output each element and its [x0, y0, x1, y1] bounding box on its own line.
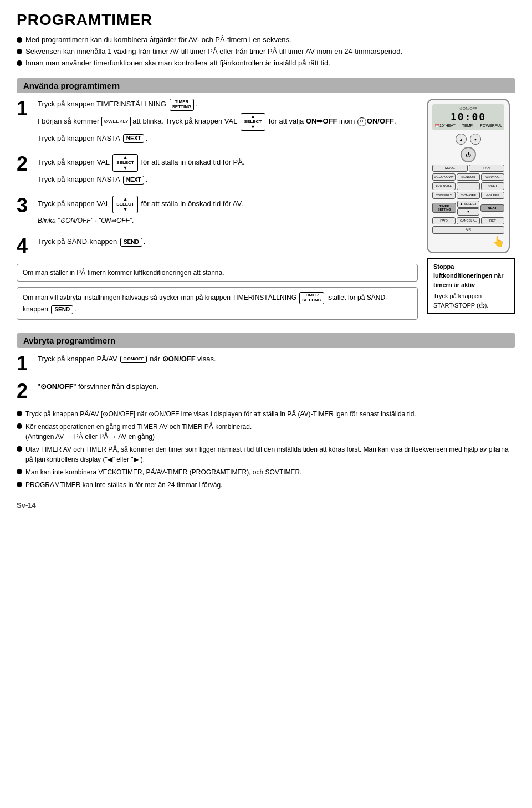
remote-onoff-label: ⊙ON/OFF: [434, 106, 502, 111]
step-3-number: 3: [17, 196, 32, 216]
step-2: 2 Tryck på knappen VAL ▲SELECT▼ för att …: [17, 154, 418, 188]
bullet-dot: [17, 37, 22, 43]
finger-hint: 👆: [432, 236, 504, 248]
timer-setting-badge-2: TIMERSETTING: [299, 292, 324, 304]
cancel-step-1-number: 1: [17, 354, 32, 374]
remote-sleep-btn[interactable]: ⊙SLEEP: [481, 192, 504, 199]
step-4-content: Tryck på SÄND-knappen SEND.: [38, 236, 418, 250]
remote-lownoise-btn[interactable]: LOW NOISE: [432, 182, 456, 190]
bullet-dot: [17, 60, 22, 66]
cancel-step-2: 2 "⊙ON/OFF" försvinner från displayen.: [17, 381, 515, 401]
bullet-dot: [17, 411, 22, 416]
bullet-dot: [17, 482, 22, 487]
timer-setting-badge: TIMERSETTING: [170, 99, 195, 111]
remote-control: ⊙ON/OFF 10:00 ⏰10°HEAT TEMP. POWERFUL ▲ …: [427, 99, 510, 253]
val-select-badge-3: ▲SELECT▼: [112, 196, 138, 213]
remote-time-display: 10:00: [434, 111, 502, 122]
remote-select-up[interactable]: ▲ SELECT: [457, 201, 479, 208]
cancel-step-1-content: Tryck på knappen PÅ/AV ⊙ON/OFF när ⊙ON/O…: [38, 354, 515, 367]
intro-section: Med programtimern kan du kombinera åtgär…: [17, 35, 515, 67]
send-badge-2: SEND: [51, 305, 73, 314]
bottom-note-4: Man kan inte kombinera VECKOTIMER, PÅ/AV…: [17, 467, 515, 477]
send-badge: SEND: [120, 238, 142, 247]
stop-box-title: Stoppa luftkonditioneringen när timern ä…: [433, 262, 509, 290]
remote-power-button[interactable]: ⏻: [461, 147, 476, 162]
step-3-content: Tryck på knappen VAL ▲SELECT▼ för att st…: [38, 196, 418, 228]
intro-bullet-3: Innan man använder timerfunktionen ska m…: [17, 59, 515, 67]
section3-header: Avbryta programtimern: [17, 333, 515, 348]
remote-row-6: FWD CANCEL AL RET: [432, 217, 504, 224]
section1-header: Använda programtimern: [17, 78, 515, 93]
next-badge-2: NEXT: [123, 176, 145, 185]
bullet-dot: [17, 423, 22, 429]
remote-temp-down[interactable]: ▼: [470, 134, 481, 145]
remote-select-down[interactable]: ▼: [457, 208, 479, 216]
remote-fwd-btn[interactable]: FWD: [432, 217, 456, 224]
next-badge-1: NEXT: [123, 134, 145, 143]
step-2-content: Tryck på knappen VAL ▲SELECT▼ för att st…: [38, 154, 418, 188]
bottom-note-3: Utav TIMER AV och TIMER PÅ, så kommer de…: [17, 444, 515, 464]
bullet-dot: [17, 446, 22, 452]
remote-display-icons: ⏰10°HEAT TEMP. POWERFUL: [434, 124, 502, 128]
bottom-note-2: Kör endast operationen en gång med TIMER…: [17, 422, 515, 442]
remote-empty-1: [457, 182, 480, 190]
step-4-number: 4: [17, 236, 32, 256]
remote-ret-btn[interactable]: RET: [481, 217, 504, 224]
page-footer: Sv-14: [17, 501, 515, 509]
page-title: PROGRAMTIMER: [17, 11, 515, 29]
cancel-step-2-content: "⊙ON/OFF" försvinner från displayen.: [38, 381, 515, 395]
remote-fan-btn[interactable]: FAN: [469, 165, 504, 172]
remote-econowy-btn[interactable]: ⊙ECONOWY: [432, 173, 456, 181]
remote-sensor-btn[interactable]: SENSOR: [457, 173, 480, 181]
val-select-badge-1: ▲SELECT▼: [241, 113, 266, 131]
remote-timer-setting-btn[interactable]: TIMERSETTING: [432, 203, 456, 213]
blink-note: Blinka "⊙ON/OFF" · "ON⇒OFF".: [38, 216, 418, 226]
cancel-step-1: 1 Tryck på knappen PÅ/AV ⊙ON/OFF när ⊙ON…: [17, 354, 515, 374]
remote-air-btn[interactable]: AIR: [432, 226, 504, 233]
bullet-dot: [17, 49, 22, 54]
bottom-note-1: Tryck på knappen PÅ/AV [⊙ON/OFF] när ⊙ON…: [17, 409, 515, 419]
remote-row-3: LOW NOISE ⊙SET: [432, 182, 504, 190]
bullet-dot: [17, 469, 22, 474]
cancel-step-2-number: 2: [17, 381, 32, 401]
on-off-badge-1: ⊙ON/OFF: [120, 356, 146, 363]
stop-box: Stoppa luftkonditioneringen när timern ä…: [427, 258, 515, 315]
remote-col: ⊙ON/OFF 10:00 ⏰10°HEAT TEMP. POWERFUL ▲ …: [427, 99, 515, 325]
finger-icon: 👆: [492, 236, 504, 248]
remote-set-btn[interactable]: ⊙SET: [481, 182, 504, 190]
remote-onoff-btn[interactable]: ⊙ON/OFF: [457, 192, 480, 199]
stop-box-text: Tryck på knappen START/STOPP (⏻).: [433, 292, 509, 310]
step-1: 1 Tryck på knappen TIMERINSTÄLLNING TIME…: [17, 99, 418, 146]
remote-row-7: AIR: [432, 226, 504, 233]
intro-bullet-1: Med programtimern kan du kombinera åtgär…: [17, 35, 515, 44]
remote-swing-btn[interactable]: ⊙SWING: [481, 173, 504, 181]
remote-display: ⊙ON/OFF 10:00 ⏰10°HEAT TEMP. POWERFUL: [432, 104, 504, 130]
cancel-section: Om man vill avbryta inställningen halvvä…: [17, 287, 418, 320]
step-1-number: 1: [17, 99, 32, 119]
main-layout: 1 Tryck på knappen TIMERINSTÄLLNING TIME…: [17, 99, 515, 325]
bottom-note-5: PROGRAMTIMER kan inte ställas in för mer…: [17, 480, 515, 490]
bottom-notes: Tryck på knappen PÅ/AV [⊙ON/OFF] när ⊙ON…: [17, 409, 515, 490]
remote-weekly-btn[interactable]: ⊙WEEKLY: [432, 192, 456, 199]
step-1-content: Tryck på knappen TIMERINSTÄLLNING TIMERS…: [38, 99, 418, 146]
val-select-badge-2: ▲SELECT▼: [112, 154, 138, 172]
remote-mode-btn[interactable]: MODE: [432, 165, 468, 172]
step-4: 4 Tryck på SÄND-knappen SEND.: [17, 236, 418, 256]
remote-temp-up[interactable]: ▲: [456, 134, 467, 145]
step-2-number: 2: [17, 154, 32, 174]
remote-row-2: ⊙ECONOWY SENSOR ⊙SWING: [432, 173, 504, 181]
remote-next-btn[interactable]: NEXT: [480, 204, 504, 212]
instructions-col: 1 Tryck på knappen TIMERINSTÄLLNING TIME…: [17, 99, 418, 325]
weekly-icon: ⊙WEEKLY: [101, 117, 131, 126]
remote-row-5: TIMERSETTING ▲ SELECT ▼ NEXT: [432, 201, 504, 216]
info-box: Om man ställer in PÅ timern kommer luftk…: [17, 264, 418, 282]
remote-row-4: ⊙WEEKLY ⊙ON/OFF ⊙SLEEP: [432, 192, 504, 199]
step-3: 3 Tryck på knappen VAL ▲SELECT▼ för att …: [17, 196, 418, 228]
remote-row-1: MODE FAN: [432, 165, 504, 172]
intro-bullet-2: Sekvensen kan innehålla 1 växling från t…: [17, 47, 515, 55]
remote-cancel-al-btn[interactable]: CANCEL AL: [457, 217, 480, 224]
on-off-icon-1: ⊙: [357, 117, 366, 126]
